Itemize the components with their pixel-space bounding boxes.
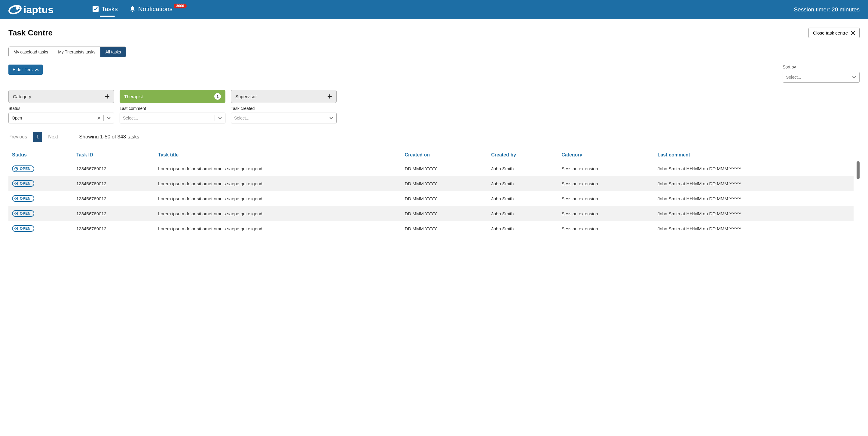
status-select-group: Status Open ✕ [8, 106, 114, 124]
filter-card-category-label: Category [13, 94, 31, 99]
filter-bar: Hide filters Sort by Select... [8, 65, 860, 82]
last-comment-select-group: Last comment Select... [120, 106, 225, 124]
app-header: iaptus Tasks Notifications 3000 Session … [0, 0, 868, 19]
col-created-on[interactable]: Created on [401, 149, 488, 161]
cell-last-comment: John Smith at HH:MM on DD MMM YYYY [654, 221, 854, 236]
table-row[interactable]: OPEN123456789012Lorem ipsum dolor sit am… [8, 221, 854, 236]
chevron-down-icon [329, 116, 333, 120]
table-row[interactable]: OPEN123456789012Lorem ipsum dolor sit am… [8, 206, 854, 221]
cell-created-on: DD MMM YYYY [401, 161, 488, 176]
status-select[interactable]: Open ✕ [8, 112, 114, 124]
hide-filters-label: Hide filters [12, 67, 32, 72]
notifications-badge: 3000 [174, 4, 187, 8]
tab-my-caseload[interactable]: My caseload tasks [9, 47, 53, 57]
col-task-id[interactable]: Task ID [73, 149, 154, 161]
cell-status: OPEN [8, 206, 73, 221]
tab-my-therapists[interactable]: My Therapists tasks [53, 47, 100, 57]
select-separator [103, 115, 104, 121]
task-created-placeholder: Select... [234, 115, 249, 121]
filter-card-category[interactable]: Category + [8, 90, 114, 103]
nav-tab-tasks[interactable]: Tasks [93, 5, 118, 14]
cell-category: Session extension [558, 176, 654, 191]
record-icon [14, 182, 18, 185]
task-created-select[interactable]: Select... [231, 112, 337, 124]
filter-select-row: Status Open ✕ Last comment Select... Tas [8, 106, 860, 124]
cell-category: Session extension [558, 221, 654, 236]
cell-task-title: Lorem ipsum dolor sit amet omnis saepe q… [154, 161, 401, 176]
cell-task-title: Lorem ipsum dolor sit amet omnis saepe q… [154, 206, 401, 221]
filter-card-therapist-count: 1 [214, 93, 221, 100]
status-text: OPEN [20, 181, 31, 186]
pagination-showing: Showing 1-50 of 348 tasks [79, 134, 139, 140]
check-icon [93, 6, 99, 12]
cell-status: OPEN [8, 191, 73, 206]
col-category[interactable]: Category [558, 149, 654, 161]
record-icon [14, 167, 18, 171]
task-created-label: Task created [231, 106, 337, 111]
cell-task-title: Lorem ipsum dolor sit amet omnis saepe q… [154, 221, 401, 236]
filter-card-therapist[interactable]: Therapist 1 [120, 90, 225, 103]
nav-tab-notifications[interactable]: Notifications 3000 [130, 5, 188, 14]
status-text: OPEN [20, 167, 31, 171]
status-badge: OPEN [12, 195, 34, 202]
cell-task-id: 123456789012 [73, 161, 154, 176]
pagination-previous[interactable]: Previous [8, 134, 27, 140]
sort-by-select[interactable]: Select... [783, 72, 860, 82]
task-table: Status Task ID Task title Created on Cre… [8, 149, 854, 236]
pagination-next[interactable]: Next [48, 134, 58, 140]
cell-status: OPEN [8, 176, 73, 191]
filter-card-supervisor[interactable]: Supervisor + [231, 90, 337, 103]
brand-logo: iaptus [8, 2, 68, 17]
last-comment-placeholder: Select... [123, 115, 138, 121]
status-text: OPEN [20, 226, 31, 231]
last-comment-select[interactable]: Select... [120, 112, 225, 124]
close-task-centre-button[interactable]: Close task centre [808, 28, 860, 38]
cell-created-on: DD MMM YYYY [401, 206, 488, 221]
select-separator [849, 74, 849, 80]
task-created-select-group: Task created Select... [231, 106, 337, 124]
last-comment-label: Last comment [120, 106, 225, 111]
cell-category: Session extension [558, 191, 654, 206]
table-row[interactable]: OPEN123456789012Lorem ipsum dolor sit am… [8, 176, 854, 191]
svg-point-0 [8, 4, 22, 15]
status-badge: OPEN [12, 165, 34, 172]
scrollbar-thumb[interactable] [857, 161, 860, 179]
cell-status: OPEN [8, 161, 73, 176]
status-value: Open [12, 115, 22, 121]
cell-created-on: DD MMM YYYY [401, 191, 488, 206]
col-task-title[interactable]: Task title [154, 149, 401, 161]
col-status[interactable]: Status [8, 149, 73, 161]
cell-last-comment: John Smith at HH:MM on DD MMM YYYY [654, 191, 854, 206]
task-table-wrap: Status Task ID Task title Created on Cre… [8, 149, 860, 236]
nav-tab-tasks-label: Tasks [101, 5, 118, 12]
pagination: Previous 1 Next Showing 1-50 of 348 task… [8, 132, 860, 142]
cell-created-by: John Smith [488, 176, 558, 191]
pagination-page-1[interactable]: 1 [33, 132, 42, 142]
header-nav: Tasks Notifications 3000 [93, 5, 188, 14]
col-last-comment[interactable]: Last comment [654, 149, 854, 161]
page-header: Task Centre Close task centre [8, 28, 860, 38]
select-separator [215, 115, 215, 121]
iaptus-logo-icon: iaptus [8, 2, 68, 17]
status-badge: OPEN [12, 225, 34, 232]
table-row[interactable]: OPEN123456789012Lorem ipsum dolor sit am… [8, 191, 854, 206]
clear-icon[interactable]: ✕ [97, 115, 101, 121]
select-separator [326, 115, 326, 121]
hide-filters-button[interactable]: Hide filters [8, 65, 43, 75]
filter-cards-row: Category + Therapist 1 Supervisor + [8, 90, 860, 103]
col-created-by[interactable]: Created by [488, 149, 558, 161]
plus-icon: + [105, 92, 110, 101]
table-row[interactable]: OPEN123456789012Lorem ipsum dolor sit am… [8, 161, 854, 176]
chevron-down-icon [107, 116, 111, 120]
view-tab-group: My caseload tasks My Therapists tasks Al… [8, 46, 126, 57]
page-body: Task Centre Close task centre My caseloa… [0, 19, 868, 244]
table-header-row: Status Task ID Task title Created on Cre… [8, 149, 854, 161]
cell-task-id: 123456789012 [73, 176, 154, 191]
close-icon [851, 31, 855, 35]
plus-icon: + [327, 92, 332, 101]
cell-category: Session extension [558, 206, 654, 221]
nav-tab-notifications-label: Notifications [138, 5, 173, 12]
tab-all-tasks[interactable]: All tasks [100, 47, 126, 57]
cell-task-title: Lorem ipsum dolor sit amet omnis saepe q… [154, 176, 401, 191]
status-text: OPEN [20, 196, 31, 201]
